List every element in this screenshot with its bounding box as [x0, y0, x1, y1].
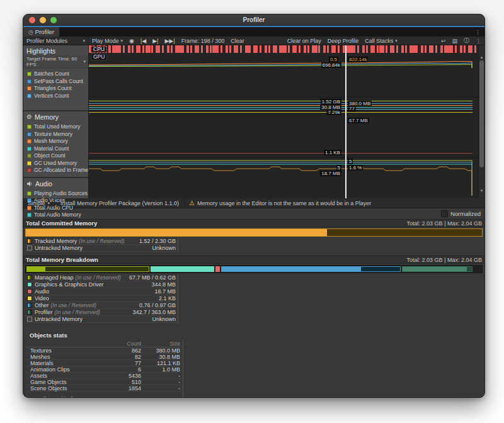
module-highlights[interactable]: Highlights Target Frame Time: 60 FPS ▾ B… [23, 45, 88, 110]
legend-row-video[interactable]: Video 2.1 KB [25, 295, 178, 302]
memory-view-mode-dropdown[interactable]: Simple ▾ [23, 198, 55, 208]
normalized-checkbox[interactable] [441, 210, 448, 217]
cpu-badge[interactable]: CPU [91, 46, 107, 53]
committed-memory-bar[interactable] [25, 228, 483, 237]
chart-value-label: 18.7 MB [320, 171, 341, 176]
scroll-down-icon[interactable]: ▼ [479, 189, 484, 193]
table-row-animation-clips[interactable]: Animation Clips 6 1.0 MB [25, 366, 183, 373]
chevron-down-icon: ▾ [83, 38, 85, 43]
legend-row-managed-heap[interactable]: Managed Heap (In use / Reserved) 67.7 MB… [25, 274, 178, 281]
segment-fill [215, 266, 220, 272]
table-row-materials[interactable]: Materials 77 121.1 KB [25, 360, 183, 366]
install-memory-profiler-button[interactable]: Install Memory Profiler Package (Version… [55, 198, 185, 208]
legend-label: Audio [35, 288, 49, 295]
legend-label: Tracked Memory [35, 238, 77, 244]
desktop-background: Profiler ◷ Profiler ⋮ Profiler Modules ▾… [0, 0, 504, 423]
section-total: Total: 2.03 GB | Max: 2.04 GB [407, 257, 482, 263]
legend-item-object-count[interactable]: Object Count [23, 152, 88, 160]
memory-breakdown-legend: Managed Heap (In use / Reserved) 67.7 MB… [25, 274, 178, 323]
segment-profiler[interactable] [402, 266, 472, 272]
chart-vertical-scrollbar[interactable]: ▲ ▼ [478, 45, 484, 198]
gpu-badge[interactable]: GPU [91, 54, 107, 60]
table-row-game-objects[interactable]: Game Objects 510 - [25, 379, 183, 385]
help-icon[interactable]: ⓘ [461, 37, 472, 45]
legend-item-gc-used-memory[interactable]: GC Used Memory [23, 160, 88, 167]
record-button[interactable]: ◉ [126, 37, 137, 45]
legend-swatch [27, 289, 32, 294]
legend-item-batches-count[interactable]: Batches Count [23, 70, 88, 78]
deep-profile-toggle[interactable]: Deep Profile [324, 37, 362, 45]
scroll-up-icon[interactable]: ▲ [479, 55, 484, 59]
clear-button[interactable]: Clear [227, 37, 248, 45]
profiler-chart-plot[interactable]: CPU GPU 0.5 822.14k 696.84k [89, 45, 478, 198]
save-profile-icon[interactable]: ▤ [449, 38, 461, 44]
legend-row-profiler[interactable]: Profiler (In use / Reserved) 342.7 / 363… [25, 309, 178, 316]
table-row-assets[interactable]: Assets 5436 - [25, 373, 183, 379]
titlebar[interactable]: Profiler [23, 14, 484, 26]
profiler-modules-dropdown[interactable]: Profiler Modules ▾ [23, 37, 89, 45]
table-row-scene-objects[interactable]: Scene Objects 1854 - [25, 385, 183, 392]
table-row-meshes[interactable]: Meshes 82 30.8 MB [25, 354, 183, 360]
kebab-menu-icon[interactable]: ⋮ [472, 38, 484, 44]
tab-overflow-menu-icon[interactable]: ⋮ [475, 29, 484, 37]
module-memory[interactable]: ⚙ Memory Total Used Memory Texture Memor… [23, 111, 88, 177]
legend-item-material-count[interactable]: Material Count [23, 145, 88, 153]
clear-on-play-toggle[interactable]: Clear on Play [284, 37, 324, 45]
tracked-memory-fill [26, 229, 327, 236]
normalized-label: Normalized [450, 210, 481, 217]
objects-stats-header: Count Size [25, 341, 183, 347]
table-row-textures[interactable]: Textures 862 380.0 MB [25, 347, 183, 354]
legend-item-triangles-count[interactable]: Triangles Count [23, 85, 88, 93]
profiler-gauge-icon: ◷ [28, 29, 33, 35]
profiler-window: Profiler ◷ Profiler ⋮ Profiler Modules ▾… [23, 14, 485, 398]
legend-item-playing-audio-sources[interactable]: Playing Audio Sources [23, 190, 88, 198]
chart-value-label: 0.5 [329, 57, 338, 62]
legend-row-untracked-memory[interactable]: Untracked Memory Unknown [25, 245, 178, 252]
legend-row-untracked-memory[interactable]: Untracked Memory Unknown [25, 316, 178, 323]
segment-graphics[interactable] [151, 266, 214, 272]
segment-audio[interactable] [215, 266, 220, 272]
legend-item-mesh-memory[interactable]: Mesh Memory [23, 138, 88, 145]
profiler-modules-label: Profiler Modules [26, 38, 67, 44]
legend-item-total-audio-memory[interactable]: Total Audio Memory [23, 212, 88, 219]
legend-label: Vertices Count [34, 93, 69, 99]
legend-swatch [27, 125, 32, 129]
legend-row-other[interactable]: Other (In use / Reserved) 0.76 / 0.97 GB [25, 302, 178, 309]
memory-line-object [89, 109, 472, 110]
legend-note: (In use / Reserved) [79, 238, 124, 244]
legend-item-total-used-memory[interactable]: Total Used Memory [23, 123, 88, 131]
legend-label: Untracked Memory [35, 316, 83, 322]
legend-row-tracked-memory[interactable]: Tracked Memory (In use / Reserved) 1.52 … [25, 238, 178, 245]
target-frame-time-dropdown[interactable]: Target Frame Time: 60 FPS ▾ [23, 55, 88, 69]
legend-item-vertices-count[interactable]: Vertices Count [23, 93, 88, 100]
chart-value-label: 77 [348, 106, 356, 111]
selected-frame-indicator[interactable] [345, 45, 346, 198]
scrollbar-thumb[interactable] [479, 60, 484, 167]
memory-view-toolbar: Simple ▾ Install Memory Profiler Package… [23, 198, 484, 208]
load-profile-icon[interactable]: ↩ [438, 38, 449, 44]
legend-label: Mesh Memory [34, 138, 68, 145]
next-frame-button[interactable]: ▶| [149, 37, 161, 45]
call-stacks-dropdown[interactable]: Call Stacks ▾ [362, 37, 401, 45]
legend-item-setpass-calls[interactable]: SetPass Calls Count [23, 78, 88, 86]
chart-value-label: 696.84k [321, 62, 341, 68]
legend-value: 1.52 / 2.30 GB [139, 238, 176, 244]
current-frame-button[interactable]: ▶▶| [161, 37, 178, 45]
previous-frame-button[interactable]: |◀ [137, 37, 149, 45]
segment-managed-heap[interactable] [26, 266, 149, 272]
legend-row-graphics[interactable]: Graphics & Graphics Driver 344.8 MB [25, 281, 178, 288]
legend-label: SetPass Calls Count [34, 79, 83, 85]
normalized-row: Normalized [23, 208, 484, 219]
segment-other[interactable] [221, 266, 401, 272]
legend-item-texture-memory[interactable]: Texture Memory [23, 131, 88, 138]
gear-icon: ⚙ [26, 114, 32, 120]
tab-profiler[interactable]: ◷ Profiler [23, 27, 59, 37]
legend-item-gc-allocated[interactable]: GC Allocated In Frame [23, 167, 88, 174]
table-row-gc-allocated[interactable]: GC allocated in frame 20 1.1 KB [25, 396, 183, 398]
segment-fill [151, 266, 214, 272]
previous-frame-icon: |◀ [140, 38, 146, 44]
profiler-toolbar: Profiler Modules ▾ Play Mode ▾ ◉ |◀ ▶| ▶… [23, 37, 484, 45]
play-mode-dropdown[interactable]: Play Mode ▾ [89, 37, 126, 45]
last-frame-icon: ▶▶| [164, 38, 175, 44]
legend-row-audio[interactable]: Audio 18.7 MB [25, 288, 178, 295]
